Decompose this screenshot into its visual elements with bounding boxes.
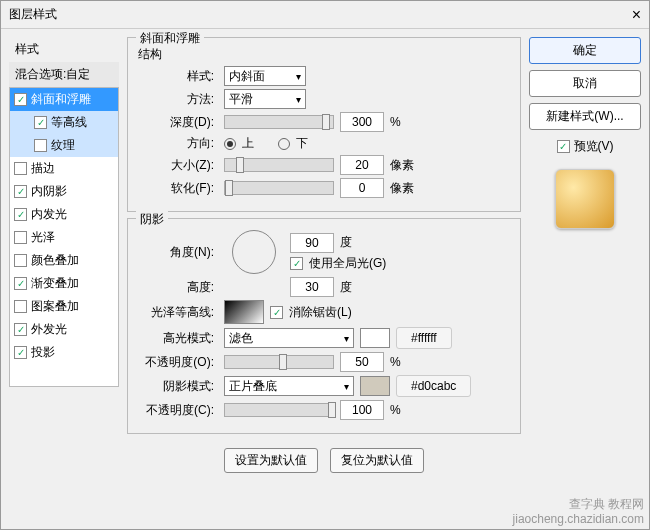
content: 样式 混合选项:自定 ✓斜面和浮雕✓等高线纹理描边✓内阴影✓内发光光泽颜色叠加✓… (1, 29, 649, 529)
structure-heading: 结构 (138, 46, 510, 63)
style-item[interactable]: ✓内发光 (10, 203, 118, 226)
shadow-mode-combo[interactable]: 正片叠底 (224, 376, 354, 396)
depth-input[interactable] (340, 112, 384, 132)
styles-heading: 样式 (9, 37, 119, 62)
reset-default-button[interactable]: 复位为默认值 (330, 448, 424, 473)
style-checkbox[interactable]: ✓ (14, 346, 27, 359)
size-slider[interactable] (224, 158, 334, 172)
style-checkbox[interactable] (14, 254, 27, 267)
antialias-checkbox[interactable]: ✓ (270, 306, 283, 319)
highlight-mode-label: 高光模式: (138, 330, 218, 347)
style-checkbox[interactable] (14, 162, 27, 175)
s-opacity-slider[interactable] (224, 403, 334, 417)
soften-input[interactable] (340, 178, 384, 198)
shadow-color-swatch[interactable] (360, 376, 390, 396)
global-light-label: 使用全局光(G) (309, 255, 386, 272)
angle-label: 角度(N): (138, 244, 218, 261)
style-label: 斜面和浮雕 (31, 91, 91, 108)
direction-label: 方向: (138, 135, 218, 152)
style-checkbox[interactable]: ✓ (14, 185, 27, 198)
right-panel: 确定 取消 新建样式(W)... ✓ 预览(V) (529, 37, 641, 521)
style-item[interactable]: ✓等高线 (10, 111, 118, 134)
style-label: 渐变叠加 (31, 275, 79, 292)
altitude-label: 高度: (138, 279, 218, 296)
style-checkbox[interactable]: ✓ (34, 116, 47, 129)
angle-unit: 度 (340, 234, 352, 251)
center-panel: 斜面和浮雕 结构 样式: 内斜面 方法: 平滑 深度(D): % 方向: (127, 37, 521, 521)
close-icon[interactable]: × (632, 6, 641, 24)
style-checkbox[interactable] (34, 139, 47, 152)
style-item[interactable]: 颜色叠加 (10, 249, 118, 272)
direction-up-radio[interactable] (224, 138, 236, 150)
style-label: 外发光 (31, 321, 67, 338)
soften-unit: 像素 (390, 180, 414, 197)
style-item[interactable]: 光泽 (10, 226, 118, 249)
altitude-input[interactable] (290, 277, 334, 297)
style-label: 内发光 (31, 206, 67, 223)
preview-checkbox[interactable]: ✓ (557, 140, 570, 153)
global-light-checkbox[interactable]: ✓ (290, 257, 303, 270)
set-default-button[interactable]: 设置为默认值 (224, 448, 318, 473)
s-opacity-input[interactable] (340, 400, 384, 420)
style-item[interactable]: ✓斜面和浮雕 (10, 88, 118, 111)
s-opacity-unit: % (390, 403, 401, 417)
style-checkbox[interactable]: ✓ (14, 277, 27, 290)
h-opacity-slider[interactable] (224, 355, 334, 369)
style-label: 颜色叠加 (31, 252, 79, 269)
style-checkbox[interactable]: ✓ (14, 208, 27, 221)
style-item[interactable]: 描边 (10, 157, 118, 180)
angle-input[interactable] (290, 233, 334, 253)
antialias-label: 消除锯齿(L) (289, 304, 352, 321)
ok-button[interactable]: 确定 (529, 37, 641, 64)
left-panel: 样式 混合选项:自定 ✓斜面和浮雕✓等高线纹理描边✓内阴影✓内发光光泽颜色叠加✓… (9, 37, 119, 521)
depth-label: 深度(D): (138, 114, 218, 131)
preview-label: 预览(V) (574, 138, 614, 155)
style-list: ✓斜面和浮雕✓等高线纹理描边✓内阴影✓内发光光泽颜色叠加✓渐变叠加图案叠加✓外发… (9, 87, 119, 387)
cancel-button[interactable]: 取消 (529, 70, 641, 97)
highlight-mode-combo[interactable]: 滤色 (224, 328, 354, 348)
up-label: 上 (242, 135, 254, 152)
bevel-groupbox: 斜面和浮雕 结构 样式: 内斜面 方法: 平滑 深度(D): % 方向: (127, 37, 521, 212)
style-label: 纹理 (51, 137, 75, 154)
size-input[interactable] (340, 155, 384, 175)
soften-slider[interactable] (224, 181, 334, 195)
h-opacity-unit: % (390, 355, 401, 369)
style-checkbox[interactable]: ✓ (14, 93, 27, 106)
bevel-title: 斜面和浮雕 (136, 30, 204, 47)
style-item[interactable]: 纹理 (10, 134, 118, 157)
h-opacity-label: 不透明度(O): (138, 354, 218, 371)
down-label: 下 (296, 135, 308, 152)
style-combo[interactable]: 内斜面 (224, 66, 306, 86)
highlight-hex: #ffffff (396, 327, 452, 349)
bottom-buttons: 设置为默认值 复位为默认值 (127, 448, 521, 473)
method-label: 方法: (138, 91, 218, 108)
highlight-color-swatch[interactable] (360, 328, 390, 348)
method-combo[interactable]: 平滑 (224, 89, 306, 109)
style-item[interactable]: ✓内阴影 (10, 180, 118, 203)
style-checkbox[interactable]: ✓ (14, 323, 27, 336)
style-label: 图案叠加 (31, 298, 79, 315)
style-label: 等高线 (51, 114, 87, 131)
depth-slider[interactable] (224, 115, 334, 129)
style-item[interactable]: 图案叠加 (10, 295, 118, 318)
style-label: 投影 (31, 344, 55, 361)
gloss-contour-picker[interactable] (224, 300, 264, 324)
shading-groupbox: 阴影 角度(N): 度 ✓ 使用全局光(G) (127, 218, 521, 434)
dialog-title: 图层样式 (9, 6, 632, 23)
style-checkbox[interactable] (14, 300, 27, 313)
direction-down-radio[interactable] (278, 138, 290, 150)
s-opacity-label: 不透明度(C): (138, 402, 218, 419)
watermark: 查字典 教程网 jiaocheng.chazidian.com (513, 497, 644, 526)
h-opacity-input[interactable] (340, 352, 384, 372)
blend-options[interactable]: 混合选项:自定 (9, 62, 119, 87)
style-item[interactable]: ✓投影 (10, 341, 118, 364)
style-checkbox[interactable] (14, 231, 27, 244)
style-label: 内阴影 (31, 183, 67, 200)
style-item[interactable]: ✓渐变叠加 (10, 272, 118, 295)
angle-dial[interactable] (232, 230, 276, 274)
style-item[interactable]: ✓外发光 (10, 318, 118, 341)
titlebar: 图层样式 × (1, 1, 649, 29)
new-style-button[interactable]: 新建样式(W)... (529, 103, 641, 130)
style-label: 光泽 (31, 229, 55, 246)
altitude-unit: 度 (340, 279, 352, 296)
